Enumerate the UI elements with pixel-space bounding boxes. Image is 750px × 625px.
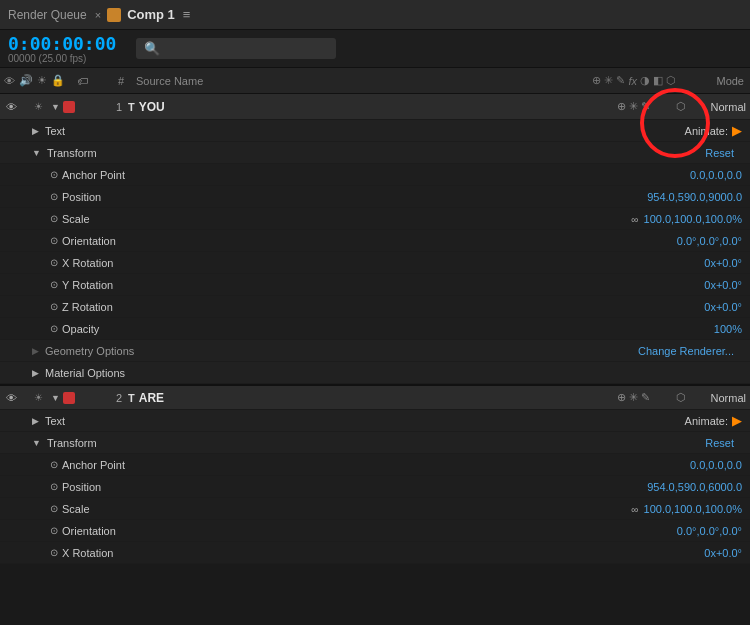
scale-stopwatch-icon[interactable]: ⊙ [50, 213, 58, 224]
layer-1-cube-icon[interactable]: ⬡ [676, 100, 686, 113]
opacity-label: Opacity [62, 323, 714, 335]
search-input[interactable] [164, 42, 328, 56]
comp-color-swatch [107, 8, 121, 22]
header-left-icons: 👁 🔊 ☀ 🔒 🏷 [0, 74, 110, 87]
layer-2-xrotation-label: X Rotation [62, 547, 704, 559]
layer-2-position-label: Position [62, 481, 647, 493]
eye-header-icon: 👁 [4, 75, 15, 87]
layer-2-scale-label: Scale [62, 503, 631, 515]
layer-2-position-stopwatch[interactable]: ⊙ [50, 481, 58, 492]
mode-col: Mode [680, 75, 750, 87]
layer-2-type-icon: T [128, 392, 135, 404]
column-header: 👁 🔊 ☀ 🔒 🏷 # Source Name ⊕ ✳ ✎ fx ◑ ◧ ⬡ M… [0, 68, 750, 94]
layer-2-position-row: ⊙ Position 954.0,590.0,6000.0 [0, 476, 750, 498]
animate-icon[interactable]: ▶ [732, 123, 742, 138]
geometry-expand-icon[interactable]: ▶ [32, 346, 39, 356]
layer-2-anchor-label: Anchor Point [62, 459, 690, 471]
tab-close-icon[interactable]: × [95, 9, 101, 21]
x-rotation-label: X Rotation [62, 257, 704, 269]
layer-2-scale-row: ⊙ Scale ∞ 100.0,100.0,100.0% [0, 498, 750, 520]
anchor-point-label: Anchor Point [62, 169, 690, 181]
header-right-icons: ⊕ ✳ ✎ fx ◑ ◧ ⬡ [592, 74, 680, 87]
layer-2-scale-stopwatch[interactable]: ⊙ [50, 503, 58, 514]
z-rotation-label: Z Rotation [62, 301, 704, 313]
layer-1-anchor-icon[interactable]: ⊕ [617, 100, 626, 113]
position-label: Position [62, 191, 647, 203]
layer-1-collapse-icon[interactable]: ▼ [51, 102, 60, 112]
search-box[interactable]: 🔍 [136, 38, 336, 59]
layer-1-eye-icon[interactable]: 👁 [4, 100, 18, 114]
source-name-col: Source Name [132, 75, 592, 87]
comp-name[interactable]: Comp 1 [127, 7, 175, 22]
layer-2-left: 👁 ☀ ▼ [0, 391, 110, 405]
layer-2-collapse-icon[interactable]: ▼ [51, 393, 60, 403]
layer-2-star-icon[interactable]: ✳ [629, 391, 638, 404]
y-rotation-stopwatch-icon[interactable]: ⊙ [50, 279, 58, 290]
layer-2-orientation-row: ⊙ Orientation 0.0°,0.0°,0.0° [0, 520, 750, 542]
position-stopwatch-icon[interactable]: ⊙ [50, 191, 58, 202]
timecode-bar: 0:00:00:00 00000 (25.00 fps) 🔍 [0, 30, 750, 68]
layer-2-eye-icon[interactable]: 👁 [4, 391, 18, 405]
layer-2-anchor-icon[interactable]: ⊕ [617, 391, 626, 404]
layer-2-link-icon: ∞ [631, 504, 638, 515]
orientation-row: ⊙ Orientation 0.0°,0.0°,0.0° [0, 230, 750, 252]
layer-2-text-expand-icon[interactable]: ▶ [32, 416, 39, 426]
star-header-icon: ✳ [604, 74, 613, 87]
change-renderer-btn[interactable]: Change Renderer... [638, 345, 734, 357]
layer-1-text-row: ▶ Text Animate: ▶ [0, 120, 750, 142]
framerate-display: 00000 (25.00 fps) [8, 54, 126, 64]
orientation-value: 0.0°,0.0°,0.0° [677, 235, 742, 247]
layer-2-solo-icon[interactable]: ☀ [34, 392, 43, 403]
tag-header-icon: 🏷 [77, 75, 88, 87]
layer-1-solo-icon[interactable]: ☀ [34, 101, 43, 112]
layer-2-xrotation-value: 0x+0.0° [704, 547, 742, 559]
layer-2-xrotation-row: ⊙ X Rotation 0x+0.0° [0, 542, 750, 564]
text-expand-icon[interactable]: ▶ [32, 126, 39, 136]
transform-expand-icon[interactable]: ▼ [32, 148, 41, 158]
layer-2-anchor-value: 0.0,0.0,0.0 [690, 459, 742, 471]
transform-reset-btn[interactable]: Reset [705, 147, 734, 159]
opacity-stopwatch-icon[interactable]: ⊙ [50, 323, 58, 334]
layer-1-right-icons: ⊕ ✳ ✎ ⬡ [617, 100, 690, 113]
text-prop-label: Text [45, 125, 685, 137]
z-rotation-stopwatch-icon[interactable]: ⊙ [50, 301, 58, 312]
layer-2-xrotation-stopwatch[interactable]: ⊙ [50, 547, 58, 558]
layer-2-text-row: ▶ Text Animate: ▶ [0, 410, 750, 432]
hash-col: # [110, 75, 132, 87]
layer-1-mode[interactable]: Normal [690, 101, 750, 113]
orientation-label: Orientation [62, 235, 677, 247]
animate-label: Animate: [685, 125, 728, 137]
z-rotation-row: ⊙ Z Rotation 0x+0.0° [0, 296, 750, 318]
layer-2-number: 2 [110, 392, 128, 404]
layer-row: 👁 ☀ ▼ 1 T YOU ⊕ ✳ ✎ ⬡ Normal [0, 94, 750, 120]
y-rotation-value: 0x+0.0° [704, 279, 742, 291]
layer-2-cube-icon[interactable]: ⬡ [676, 391, 686, 404]
pencil-header-icon: ✎ [616, 74, 625, 87]
layer-2-position-value: 954.0,590.0,6000.0 [647, 481, 742, 493]
layer-2-pencil-icon[interactable]: ✎ [641, 391, 650, 404]
layer-2-anchor-row: ⊙ Anchor Point 0.0,0.0,0.0 [0, 454, 750, 476]
tab-menu-icon[interactable]: ≡ [183, 7, 191, 22]
layer-2-mode[interactable]: Normal [690, 392, 750, 404]
scale-label: Scale [62, 213, 631, 225]
layer-2-animate-icon[interactable]: ▶ [732, 413, 742, 428]
layers-panel: 👁 ☀ ▼ 1 T YOU ⊕ ✳ ✎ ⬡ Normal ▶ Text Anim… [0, 94, 750, 625]
layer-1-number: 1 [110, 101, 128, 113]
x-rotation-stopwatch-icon[interactable]: ⊙ [50, 257, 58, 268]
layer-2-transform-expand-icon[interactable]: ▼ [32, 438, 41, 448]
material-expand-icon[interactable]: ▶ [32, 368, 39, 378]
orientation-stopwatch-icon[interactable]: ⊙ [50, 235, 58, 246]
layer-1-star-icon[interactable]: ✳ [629, 100, 638, 113]
anchor-header-icon: ⊕ [592, 74, 601, 87]
timecode-display[interactable]: 0:00:00:00 [8, 33, 118, 54]
scale-row: ⊙ Scale ∞ 100.0,100.0,100.0% [0, 208, 750, 230]
layer-2-name[interactable]: ARE [139, 391, 617, 405]
y-rotation-label: Y Rotation [62, 279, 704, 291]
layer-1-name[interactable]: YOU [139, 100, 617, 114]
layer-2-reset-btn[interactable]: Reset [705, 437, 734, 449]
anchor-stopwatch-icon[interactable]: ⊙ [50, 169, 58, 180]
layer-2-anchor-stopwatch[interactable]: ⊙ [50, 459, 58, 470]
layer-2-orientation-stopwatch[interactable]: ⊙ [50, 525, 58, 536]
layer-1-pencil-icon[interactable]: ✎ [641, 100, 650, 113]
x-rotation-row: ⊙ X Rotation 0x+0.0° [0, 252, 750, 274]
